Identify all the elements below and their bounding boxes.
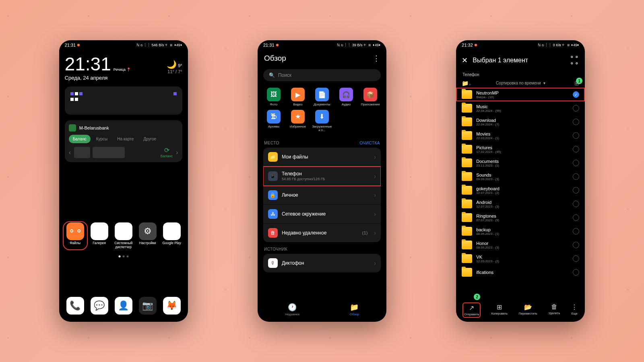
folder-icon bbox=[462, 200, 472, 208]
new-folder-icon[interactable]: 📁₊ bbox=[462, 80, 471, 86]
category-Аудио[interactable]: 🎧Аудио bbox=[336, 88, 357, 107]
category-Видео[interactable]: ▶Видео bbox=[287, 88, 308, 107]
dock-app[interactable]: 📷 bbox=[136, 297, 159, 315]
select-radio[interactable] bbox=[573, 160, 579, 166]
status-time: 21:31 bbox=[65, 43, 76, 47]
bank-tab[interactable]: Курсы bbox=[92, 135, 111, 143]
folder-icon bbox=[462, 90, 472, 99]
phone-home: 21:31 ℕ ⎋ ⋮⋮ 546 B/s ᯤ ⫴ ▮49▮ 21:31 Речи… bbox=[59, 40, 188, 322]
folder-row[interactable]: Music22.04.2024 - (55) bbox=[456, 101, 585, 115]
sort-bar: 📁₊ Сортировка по времени▾ ⊞ 1 bbox=[456, 78, 585, 88]
category-Загруженные и п...[interactable]: ⬇Загруженные и п... bbox=[312, 110, 332, 132]
section-header: ИСТОЧНИК bbox=[264, 247, 287, 251]
select-radio[interactable] bbox=[573, 105, 579, 111]
dock-app[interactable]: 🦊 bbox=[161, 297, 183, 315]
chevron-left-icon[interactable]: ‹ bbox=[69, 149, 71, 156]
nav-Недавнее[interactable]: 🕐Недавнее bbox=[285, 303, 300, 316]
scan-icon[interactable]: ⚬⚬⚬⚬ bbox=[570, 54, 579, 67]
place-row[interactable]: 🔒Личное› bbox=[263, 186, 381, 205]
action-Копировать[interactable]: ⊞Копировать bbox=[491, 303, 507, 317]
select-radio[interactable] bbox=[573, 242, 579, 248]
folder-row[interactable]: Download22.04.2024 - (7) bbox=[456, 115, 585, 129]
folder-row[interactable]: backup08.05.2023 - (1) bbox=[456, 224, 585, 238]
folder-icon bbox=[462, 117, 472, 126]
category-Архивы[interactable]: 🗜Архивы bbox=[263, 110, 284, 132]
folder-icon bbox=[462, 227, 472, 236]
select-radio[interactable] bbox=[573, 228, 579, 234]
chevron-right-icon[interactable]: › bbox=[176, 149, 178, 156]
search-icon: 🔍 bbox=[269, 72, 275, 78]
action-Удалить[interactable]: 🗑Удалить bbox=[549, 303, 560, 317]
select-radio[interactable] bbox=[573, 187, 579, 193]
select-radio[interactable] bbox=[573, 269, 579, 276]
select-radio[interactable] bbox=[573, 173, 579, 180]
select-radio[interactable] bbox=[573, 201, 579, 207]
sort-button[interactable]: Сортировка по времени bbox=[496, 81, 541, 85]
app-системный диспетчер[interactable]: 🛡Системный диспетчер bbox=[112, 222, 135, 249]
bank-tab[interactable]: Другое bbox=[139, 135, 160, 143]
app-google play[interactable]: ▶Google Play bbox=[161, 222, 183, 249]
select-radio[interactable] bbox=[573, 214, 579, 221]
folder-row[interactable]: NeutronMPВчера - (10)✓ bbox=[456, 88, 585, 101]
nav-Обзор[interactable]: 📁Обзор bbox=[350, 303, 359, 316]
folder-icon bbox=[462, 158, 472, 167]
folder-row[interactable]: gokeyboard12.07.2023 - (2) bbox=[456, 183, 585, 197]
bank-tab[interactable]: Баланс bbox=[69, 135, 91, 143]
dock-app[interactable]: 💬 bbox=[88, 297, 111, 315]
dock-app[interactable]: 👤 bbox=[112, 297, 135, 315]
folder-icon bbox=[462, 241, 472, 249]
place-row[interactable]: 📁Мои файлы› bbox=[263, 148, 381, 167]
category-Избранное[interactable]: ★Избранное bbox=[287, 110, 308, 132]
source-row[interactable]: 🎙Диктофон› bbox=[263, 254, 381, 272]
select-radio[interactable] bbox=[573, 255, 579, 262]
app-галерея[interactable]: ✿Галерея bbox=[88, 222, 111, 249]
folder-row[interactable]: Ringtones07.07.2023 - (9) bbox=[456, 211, 585, 224]
section-header: МЕСТО bbox=[264, 141, 279, 145]
search-input[interactable]: 🔍 Поиск bbox=[263, 69, 381, 81]
music-widget[interactable] bbox=[65, 86, 182, 115]
folder-icon bbox=[462, 186, 472, 195]
action-Переместить[interactable]: 📂Переместить bbox=[519, 303, 537, 317]
status-bar: 21:32 ℕ ⎋ ⋮⋮ 0 К/в ᯤ ⫴ ▮49▮ bbox=[456, 40, 585, 50]
breadcrumb[interactable]: Телефон bbox=[456, 71, 585, 78]
folder-icon bbox=[462, 172, 472, 181]
bank-tab[interactable]: На карте bbox=[113, 135, 138, 143]
close-icon[interactable]: ✕ bbox=[462, 56, 468, 65]
bank-widget[interactable]: M-Belarusbank БалансКурсыНа картеДругое … bbox=[65, 120, 182, 162]
folder-row[interactable]: Android12.07.2023 - (3) bbox=[456, 197, 585, 211]
folder-row[interactable]: Pictures17.02.2024 - (45) bbox=[456, 142, 585, 156]
folder-icon bbox=[462, 213, 472, 222]
select-radio[interactable] bbox=[573, 132, 579, 139]
app-настройки[interactable]: ⚙Настройки bbox=[136, 222, 159, 249]
weather-widget[interactable]: 🌙 9° 11° / 7° bbox=[167, 60, 182, 74]
select-radio[interactable] bbox=[573, 119, 579, 125]
category-Документы[interactable]: 📄Документы bbox=[312, 88, 332, 107]
folder-row[interactable]: Documents23.11.2023 - (1) bbox=[456, 156, 585, 170]
dock-app[interactable]: 📞 bbox=[64, 297, 87, 315]
place-row[interactable]: 🖧Сетевое окружение› bbox=[263, 205, 381, 224]
app-файлы[interactable]: ⚬⚬Файлы bbox=[64, 222, 87, 249]
folder-row[interactable]: ifications bbox=[456, 265, 585, 279]
folder-icon bbox=[462, 131, 472, 140]
clean-button[interactable]: ОЧИСТКА bbox=[360, 141, 380, 145]
app-header: Обзор ⋮ bbox=[258, 50, 386, 67]
action-Еще[interactable]: ⋮Еще bbox=[571, 303, 578, 317]
folder-row[interactable]: Honor08.05.2023 - (3) bbox=[456, 238, 585, 252]
folder-icon bbox=[462, 268, 472, 277]
place-row[interactable]: 📱Телефон54.85 ГБ доступно/128 ГБ› bbox=[263, 167, 381, 186]
folder-icon bbox=[462, 254, 472, 263]
action-Отправить[interactable]: ↗Отправить bbox=[463, 303, 480, 317]
select-radio[interactable] bbox=[573, 146, 579, 152]
category-Фото[interactable]: 🖼Фото bbox=[263, 88, 284, 107]
folder-row[interactable]: VK12.03.2023 - (2) bbox=[456, 252, 585, 265]
status-bar: 21:31 ℕ ⎋ ⋮⋮ 546 B/s ᯤ ⫴ ▮49▮ bbox=[59, 40, 188, 50]
category-Приложения[interactable]: 📦Приложения bbox=[360, 88, 381, 107]
selection-header: ✕ Выбран 1 элемент ⚬⚬⚬⚬ bbox=[456, 50, 585, 71]
place-row[interactable]: 🗑Недавно удаленное(1)› bbox=[263, 224, 381, 242]
select-radio[interactable]: ✓ bbox=[573, 91, 579, 98]
folder-row[interactable]: Sounds09.09.2023 - (3) bbox=[456, 170, 585, 183]
bank-name: M-Belarusbank bbox=[79, 125, 109, 130]
refresh-button[interactable]: ⟳Баланс bbox=[161, 146, 173, 158]
folder-row[interactable]: Movies22.03.2024 - (1) bbox=[456, 129, 585, 142]
more-icon[interactable]: ⋮ bbox=[373, 54, 380, 63]
